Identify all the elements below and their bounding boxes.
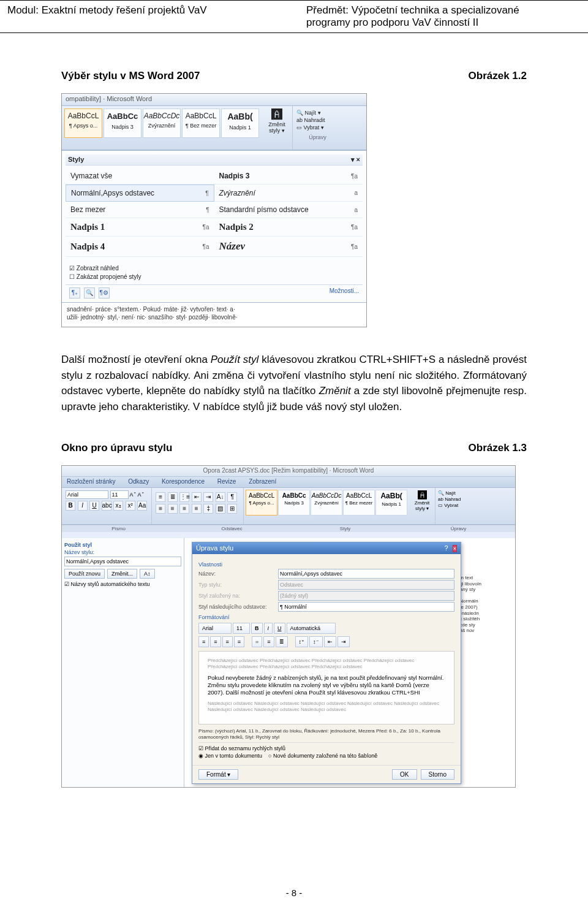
font-name-input[interactable] xyxy=(66,490,108,499)
format-button[interactable]: Formát ▾ xyxy=(198,769,238,780)
font-buttons[interactable]: B I U abc x₂ x² Aa xyxy=(66,501,148,511)
borders-button[interactable]: ⊞ xyxy=(227,504,237,514)
size-select[interactable]: 11 xyxy=(233,623,250,634)
indent-dec-button[interactable]: ⇤ xyxy=(192,492,202,502)
cancel-button[interactable]: Storno xyxy=(421,769,454,780)
style-item-zvyrazneni[interactable]: Zvýrazněnía xyxy=(214,184,363,202)
color-select[interactable]: Automatická xyxy=(287,623,336,634)
new-style-button[interactable]: ¶₊ xyxy=(69,287,80,299)
shading-button[interactable]: ▧ xyxy=(216,504,225,514)
replace-btn-2[interactable]: ab Nahrad xyxy=(438,496,469,502)
font-select[interactable]: Arial xyxy=(198,623,232,634)
style-gallery[interactable]: AaBbCcL¶ Apsys o... AaBbCcNadpis 3 AaBbC… xyxy=(62,106,262,150)
align-justify-button[interactable]: ≡ xyxy=(192,504,202,514)
select-button[interactable]: ▭ Vybrat ▾ xyxy=(296,124,339,131)
align-r[interactable]: ≡ xyxy=(222,636,233,647)
align-l[interactable]: ≡ xyxy=(198,636,209,647)
style-gallery-2[interactable]: AaBbCcL¶ Apsys o... AaBbCcNadpis 3 AaBbC… xyxy=(244,488,409,524)
style-item-nadpis4[interactable]: Nadpis 4¶a xyxy=(66,237,214,257)
tab-layout[interactable]: Rozložení stránky xyxy=(67,478,115,485)
numbering-button[interactable]: ≣ xyxy=(168,492,178,502)
style-name-input[interactable] xyxy=(64,557,181,566)
style-item-clear[interactable]: Vymazat vše xyxy=(66,168,214,184)
style2-bezmezer[interactable]: AaBbCcL¶ Bez mezer xyxy=(343,490,375,515)
options-link[interactable]: Možnosti... xyxy=(330,287,359,299)
show-marks-button[interactable]: ¶ xyxy=(227,492,237,502)
style-item-nadpis2[interactable]: Nadpis 2¶a xyxy=(214,218,363,237)
style-item-nadpis1[interactable]: Nadpis 1¶a xyxy=(66,218,214,237)
style-bezmezer[interactable]: AaBbCcL¶ Bez mezer xyxy=(182,108,220,138)
style2-apsys[interactable]: AaBbCcL¶ Apsys o... xyxy=(246,490,277,515)
tab-review[interactable]: Revize xyxy=(217,478,236,485)
show-preview-checkbox[interactable]: ☑ Zobrazit náhled xyxy=(69,265,359,272)
line-spacing-button[interactable]: ‡ xyxy=(203,504,213,514)
close-icon[interactable]: ▾ × xyxy=(351,156,360,164)
tab-mailings[interactable]: Korespondence xyxy=(162,478,205,485)
bullets-button[interactable]: ≡ xyxy=(156,492,165,502)
sort-button[interactable]: A↓ xyxy=(216,492,225,502)
editing-group-2: 🔍 Najít ab Nahrad ▭ Vybrat xyxy=(435,488,472,524)
reapply-button[interactable]: Použít znovu xyxy=(64,569,105,579)
style-item-nadpis3[interactable]: Nadpis 3¶a xyxy=(214,168,363,184)
space-inc[interactable]: ↕⁺ xyxy=(295,636,309,647)
replace-button[interactable]: ab Nahradit xyxy=(296,117,339,123)
change-styles-button[interactable]: 🅰 Změnit styly ▾ xyxy=(262,106,292,150)
help-icon[interactable]: ? xyxy=(445,544,448,552)
style-item-nazev[interactable]: Název¶a xyxy=(214,237,363,257)
manage-styles-button[interactable]: ¶⚙ xyxy=(99,287,110,299)
style-zvyrazneni[interactable]: AaBbCcDcZvýraznění xyxy=(143,108,181,138)
italic-btn[interactable]: I xyxy=(264,623,273,634)
style2-nadpis3[interactable]: AaBbCcNadpis 3 xyxy=(278,490,310,515)
multilevel-button[interactable]: ⋮≡ xyxy=(179,492,189,502)
ribbon-tabs[interactable]: Rozložení stránky Odkazy Korespondence R… xyxy=(62,477,515,488)
style2-nadpis1[interactable]: AaBb(Nadpis 1 xyxy=(375,490,407,515)
align-j[interactable]: ≡ xyxy=(234,636,244,647)
ls-1[interactable]: = xyxy=(252,636,262,647)
name-field[interactable] xyxy=(278,569,454,579)
tab-references[interactable]: Odkazy xyxy=(128,478,149,485)
style-nadpis3[interactable]: AaBbCcNadpis 3 xyxy=(104,108,141,138)
style-item-bezmezer[interactable]: Bez mezer¶ xyxy=(66,202,214,218)
align-c[interactable]: ≡ xyxy=(210,636,221,647)
style-inspector-button[interactable]: 🔍 xyxy=(84,287,95,299)
style-apsys[interactable]: AaBbCcL¶ Apsys o... xyxy=(64,108,102,138)
align-left-button[interactable]: ≡ xyxy=(156,504,165,514)
add-quick-styles-checkbox[interactable]: ☑ Přidat do seznamu rychlých stylů xyxy=(198,745,454,751)
highlight-button[interactable]: Aa xyxy=(137,501,147,511)
ls-15[interactable]: ≡ xyxy=(263,636,274,647)
modify-button[interactable]: Změnit... xyxy=(107,569,137,579)
underline-button[interactable]: U xyxy=(89,501,99,511)
indent-r[interactable]: ⇥ xyxy=(337,636,350,647)
align-right-button[interactable]: ≡ xyxy=(179,504,189,514)
strike-button[interactable]: abc xyxy=(102,501,111,511)
font-size-input[interactable] xyxy=(110,490,129,499)
close-icon[interactable]: × xyxy=(453,545,457,552)
style-item-normal[interactable]: Normální,Apsys odstavec¶ xyxy=(66,184,214,202)
autotext-names-checkbox[interactable]: ☑ Názvy stylů automatického textu xyxy=(64,581,181,587)
new-docs-radio[interactable]: ○ Nové dokumenty založené na této šablon… xyxy=(268,753,377,759)
change-styles-2[interactable]: 🅰 Změnit styly ▾ xyxy=(409,488,435,524)
tab-view[interactable]: Zobrazení xyxy=(249,478,276,485)
bold-btn[interactable]: B xyxy=(251,623,263,634)
align-center-button[interactable]: ≡ xyxy=(168,504,178,514)
sup-button[interactable]: x² xyxy=(126,501,135,511)
indent-inc-button[interactable]: ⇥ xyxy=(203,492,213,502)
style-nadpis1[interactable]: AaBb(Nadpis 1 xyxy=(221,108,259,138)
disable-linked-checkbox[interactable]: ☐ Zakázat propojené styly xyxy=(69,273,359,280)
style-item-standard[interactable]: Standardní písmo odstavcea xyxy=(214,202,363,218)
indent-l[interactable]: ⇤ xyxy=(324,636,336,647)
underline-btn[interactable]: U xyxy=(274,623,285,634)
sub-button[interactable]: x₂ xyxy=(113,501,123,511)
bold-button[interactable]: B xyxy=(66,501,75,511)
find-button[interactable]: 🔍 Najít ▾ xyxy=(296,110,339,116)
space-dec[interactable]: ↕⁻ xyxy=(309,636,323,647)
ok-button[interactable]: OK xyxy=(392,769,417,780)
select-btn-2[interactable]: ▭ Vybrat xyxy=(438,503,469,508)
only-this-doc-radio[interactable]: ◉ Jen v tomto dokumentu xyxy=(198,753,262,759)
following-field[interactable] xyxy=(278,602,454,612)
ls-2[interactable]: ≣ xyxy=(276,636,288,647)
aa-toggle[interactable]: A↕ xyxy=(140,569,155,579)
find-btn-2[interactable]: 🔍 Najít xyxy=(438,490,469,496)
style2-zvyr[interactable]: AaBbCcDcZvýraznění xyxy=(311,490,342,515)
italic-button[interactable]: I xyxy=(78,501,88,511)
